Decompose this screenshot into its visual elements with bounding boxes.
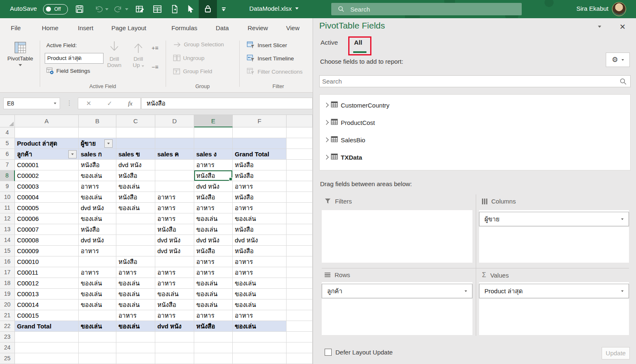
cell-F15[interactable]: หนังสือ [233, 246, 287, 256]
row-header-14[interactable]: 14 [0, 235, 15, 246]
pane-options-icon[interactable] [598, 26, 601, 28]
cell-D11[interactable]: อาหาร [155, 203, 194, 213]
cell-D23[interactable] [155, 332, 194, 342]
chevron-right-icon[interactable] [324, 137, 328, 142]
cell-B15[interactable]: อาหาร [79, 246, 116, 256]
cell-E10[interactable]: หนังสือ [194, 192, 233, 203]
formula-bar-grip[interactable]: ⋮ [66, 99, 72, 107]
cell-B17[interactable]: อาหาร [79, 267, 116, 278]
row-header-9[interactable]: 9 [0, 181, 15, 192]
cell-D10[interactable]: อาหาร [155, 192, 194, 203]
row-header-11[interactable]: 11 [0, 203, 15, 213]
cell-B10[interactable]: ของเล่น [79, 192, 116, 203]
cell-A6[interactable]: ลูกค้า [15, 149, 79, 160]
qat-overflow-icon[interactable] [222, 7, 226, 11]
field-pill-dropdown-icon[interactable] [621, 218, 624, 220]
cell-C18[interactable]: ของเล่น [116, 278, 155, 289]
filters-drop-area[interactable] [322, 210, 472, 263]
cell-A16[interactable]: C00010 [15, 256, 79, 267]
cell-B6[interactable]: sales ก [79, 149, 116, 160]
field-settings-button[interactable]: Field Settings [46, 67, 90, 74]
cell-D12[interactable]: อาหาร [155, 213, 194, 224]
cell-E8[interactable]: หนังสือ [194, 170, 233, 181]
cell-F4[interactable] [233, 127, 287, 138]
enter-icon[interactable]: ✓ [107, 100, 113, 107]
column-header-D[interactable]: D [155, 115, 194, 127]
row-header-18[interactable]: 18 [0, 278, 15, 289]
cell-F13[interactable]: หนังสือ [233, 224, 287, 235]
column-header-A[interactable]: A [15, 115, 79, 127]
name-box[interactable]: E8 [3, 98, 60, 109]
expand-field-icon[interactable]: +≡ [152, 45, 158, 51]
row-header-21[interactable]: 21 [0, 310, 15, 321]
cell-F14[interactable]: dvd หนัง [233, 235, 287, 246]
table-icon[interactable] [152, 3, 163, 15]
name-box-dropdown-icon[interactable] [54, 103, 56, 104]
cell-D7[interactable] [155, 160, 194, 170]
column-field-filter-button[interactable] [104, 139, 113, 148]
cell-E11[interactable]: อาหาร [194, 203, 233, 213]
cell-E23[interactable] [194, 332, 233, 342]
values-drop-area[interactable]: Product ล่าสุด [479, 282, 629, 335]
cell-B13[interactable]: หนังสือ [79, 224, 116, 235]
cell-B14[interactable]: dvd หนัง [79, 235, 116, 246]
cell-A25[interactable] [15, 353, 79, 364]
column-header-partial[interactable] [287, 115, 313, 127]
defer-layout-checkbox[interactable] [325, 349, 332, 356]
draw-table-icon[interactable] [134, 3, 146, 15]
cell-D13[interactable]: หนังสือ [155, 224, 194, 235]
row-header-12[interactable]: 12 [0, 213, 15, 224]
fields-search-input[interactable] [320, 76, 613, 87]
cell-F8[interactable]: หนังสือ [233, 170, 287, 181]
cell-A5[interactable]: Product ล่าสุด [15, 138, 79, 149]
ribbon-tab-view[interactable]: View [284, 18, 301, 38]
cell-A4[interactable] [15, 127, 79, 138]
cell-F11[interactable]: อาหาร [233, 203, 287, 213]
cell-F18[interactable]: ของเล่น [233, 278, 287, 289]
cell-C5[interactable] [116, 138, 155, 149]
cell-A8[interactable]: C00002 [15, 170, 79, 181]
cell-C22[interactable]: ของเล่น [116, 321, 155, 332]
cell-F7[interactable]: หนังสือ [233, 160, 287, 170]
tools-button[interactable]: ⚙ [606, 53, 630, 67]
select-all-corner[interactable] [0, 115, 15, 127]
cell-F20[interactable]: ของเล่น [233, 299, 287, 310]
cell-D19[interactable]: ของเล่น [155, 289, 194, 299]
cell-C13[interactable] [116, 224, 155, 235]
cell-F16[interactable]: อาหาร [233, 256, 287, 267]
field-pill-dropdown-icon[interactable] [621, 290, 624, 292]
active-field-input[interactable]: Product ล่าสุด [45, 53, 104, 64]
cell-A14[interactable]: C00008 [15, 235, 79, 246]
cell-B11[interactable]: dvd หนัง [79, 203, 116, 213]
cell-B23[interactable] [79, 332, 116, 342]
row-header-25[interactable]: 25 [0, 353, 15, 364]
user-name[interactable]: Sira Ekabut [576, 5, 609, 12]
cell-D17[interactable]: อาหาร [155, 267, 194, 278]
rows-field-pill[interactable]: ลูกค้า [322, 284, 472, 298]
cell-C15[interactable] [116, 246, 155, 256]
cell-E25[interactable] [194, 353, 233, 364]
cell-B21[interactable] [79, 310, 116, 321]
cell-A17[interactable]: C00011 [15, 267, 79, 278]
cell-C17[interactable]: อาหาร [116, 267, 155, 278]
chevron-right-icon[interactable] [324, 155, 328, 159]
cell-E7[interactable]: อาหาร [194, 160, 233, 170]
row-header-13[interactable]: 13 [0, 224, 15, 235]
cell-F19[interactable]: ของเล่น [233, 289, 287, 299]
row-header-16[interactable]: 16 [0, 256, 15, 267]
cell-C25[interactable] [116, 353, 155, 364]
cell-A9[interactable]: C00003 [15, 181, 79, 192]
cell-E12[interactable]: ของเล่น [194, 213, 233, 224]
field-table-productcost[interactable]: ProductCost [325, 116, 375, 129]
cell-A22[interactable]: Grand Total [15, 321, 79, 332]
cell-A11[interactable]: C00005 [15, 203, 79, 213]
cell-C20[interactable]: ของเล่น [116, 299, 155, 310]
cell-C8[interactable]: หนังสือ [116, 170, 155, 181]
column-header-F[interactable]: F [233, 115, 287, 127]
ribbon-tab-data[interactable]: Data [214, 18, 231, 38]
cell-A19[interactable]: C00013 [15, 289, 79, 299]
cell-E20[interactable]: ของเล่น [194, 299, 233, 310]
cell-B20[interactable]: ของเล่น [79, 299, 116, 310]
cell-A23[interactable] [15, 332, 79, 342]
cell-A7[interactable]: C00001 [15, 160, 79, 170]
